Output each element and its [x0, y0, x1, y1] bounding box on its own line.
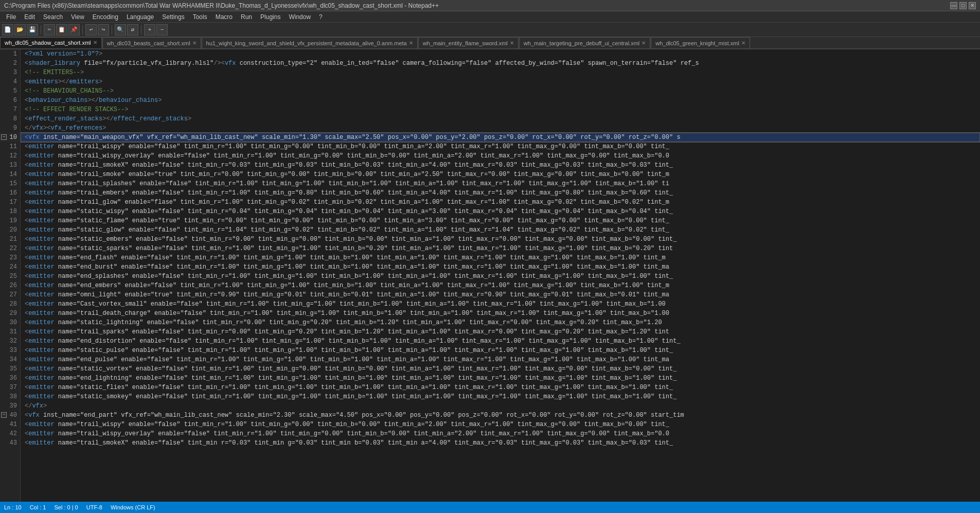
code-line-7[interactable]: <!-- EFFECT RENDER STACKS-->: [21, 105, 980, 114]
tab-4[interactable]: wh_main_targeting_pre_debuff_ui_central.…: [519, 37, 650, 48]
line-num-2: 2: [0, 59, 20, 68]
code-line-10[interactable]: <vfx inst_name="main_weapon_vfx" vfx_ref…: [21, 133, 980, 142]
menu-item-file[interactable]: File: [2, 12, 20, 22]
save-button[interactable]: 💾: [27, 24, 38, 36]
fold-box-10[interactable]: −: [1, 134, 7, 140]
menu-item-encoding[interactable]: Encoding: [88, 12, 122, 22]
status-sel: Sel : 0 | 0: [54, 504, 78, 510]
code-line-31[interactable]: <emitter name="trail_sparks" enable="fal…: [21, 327, 980, 337]
code-line-43[interactable]: <emitter name="trail_smokeX" enable="fal…: [21, 438, 980, 448]
code-line-24[interactable]: <emitter name="end_burst" enable="false"…: [21, 262, 980, 272]
menu-item-plugins[interactable]: Plugins: [256, 12, 284, 22]
line-num-16: 16: [0, 188, 20, 198]
code-line-11[interactable]: <emitter name="trail_wispy" enable="fals…: [21, 142, 980, 151]
code-line-20[interactable]: <emitter name="static_glow" enable="fals…: [21, 225, 980, 235]
code-line-18[interactable]: <emitter name="static_wispy" enable="fal…: [21, 207, 980, 216]
menu-item-edit[interactable]: Edit: [20, 12, 39, 22]
code-line-40[interactable]: <vfx inst_name="end_part" vfx_ref="wh_ma…: [21, 411, 980, 420]
menu-item-settings[interactable]: Settings: [158, 12, 188, 22]
tab-2[interactable]: hu1_wight_king_sword_and_shield_vfx_pers…: [202, 37, 418, 48]
code-line-32[interactable]: <emitter name="end_distortion" enable="f…: [21, 337, 980, 346]
code-line-17[interactable]: <emitter name="trail_glow" enable="flase…: [21, 198, 980, 207]
redo-button[interactable]: ↪: [98, 24, 109, 36]
code-line-33[interactable]: <emitter name="static_pulse" enable="fal…: [21, 346, 980, 355]
code-line-41[interactable]: <emitter name="trail_wispy" enable="fals…: [21, 420, 980, 429]
line-num-33: 33: [0, 346, 20, 355]
code-line-13[interactable]: <emitter name="trail_smokeX" enable="fal…: [21, 161, 980, 170]
code-line-38[interactable]: <emitter name="static_smokey" enable="fa…: [21, 392, 980, 401]
zoom-in-button[interactable]: +: [144, 24, 155, 36]
code-line-4[interactable]: <emitters></emitters>: [21, 77, 980, 86]
code-line-28[interactable]: <emitter name="Cast_vortex_small" enable…: [21, 299, 980, 309]
code-line-39[interactable]: </vfx>: [21, 401, 980, 411]
code-line-36[interactable]: <emitter name="end_lightning" enable="fa…: [21, 374, 980, 383]
fold-box-40[interactable]: −: [1, 412, 7, 418]
code-line-19[interactable]: <emitter name="static_flame" enable="tru…: [21, 216, 980, 225]
minimize-button[interactable]: —: [950, 2, 957, 9]
find-button[interactable]: 🔍: [115, 24, 126, 36]
new-button[interactable]: 📄: [2, 24, 13, 36]
code-line-1[interactable]: <?xml version="1.0"?>: [21, 49, 980, 59]
copy-button[interactable]: 📋: [56, 24, 67, 36]
cut-button[interactable]: ✂: [44, 24, 55, 36]
code-line-21[interactable]: <emitter name="static_embers" enable="fa…: [21, 235, 980, 244]
menu-item-language[interactable]: Language: [122, 12, 158, 22]
tab-0[interactable]: wh_dlc05_shadow_cast_short.xml✕: [0, 37, 102, 48]
undo-button[interactable]: ↩: [85, 24, 97, 36]
title-bar: C:\Program Files (x86)\Steam\steamapps\c…: [0, 0, 980, 11]
maximize-button[interactable]: □: [959, 2, 967, 9]
open-button[interactable]: 📂: [14, 24, 26, 36]
tab-1[interactable]: wh_dlc03_beasts_cast_short.xml✕: [102, 37, 201, 48]
tab-close-2[interactable]: ✕: [409, 40, 413, 46]
menu-bar: FileEditSearchViewEncodingLanguageSettin…: [0, 11, 980, 23]
replace-button[interactable]: ⇄: [127, 24, 138, 36]
code-line-16[interactable]: <emitter name="trail_embers" enable="fal…: [21, 188, 980, 198]
tab-close-3[interactable]: ✕: [510, 40, 514, 46]
code-line-26[interactable]: <emitter name="end_embers" enable="false…: [21, 281, 980, 290]
code-line-14[interactable]: <emitter name="trail_smoke" enable="true…: [21, 170, 980, 179]
line-num-34: 34: [0, 355, 20, 364]
code-line-2[interactable]: <shader_library file="fx/particle_vfx_li…: [21, 59, 980, 68]
tab-5[interactable]: wh_dlc05_green_knight_mist.xml✕: [651, 37, 750, 48]
line-num-42: 42: [0, 429, 20, 438]
code-line-15[interactable]: <emitter name="trail_splashes" enable="f…: [21, 179, 980, 188]
code-line-42[interactable]: <emitter name="trail_wispy_overlay" enab…: [21, 429, 980, 438]
code-line-5[interactable]: <!-- BEHAVIOUR_CHAINS-->: [21, 86, 980, 96]
menu-item-view[interactable]: View: [67, 12, 88, 22]
line-num-1: 1: [0, 49, 20, 59]
code-line-34[interactable]: <emitter name="end_pulse" enable="false"…: [21, 355, 980, 364]
close-button[interactable]: ✕: [969, 2, 976, 9]
code-line-23[interactable]: <emitter name="end_flash" enable="false"…: [21, 253, 980, 262]
zoom-out-button[interactable]: −: [156, 24, 168, 36]
code-area[interactable]: <?xml version="1.0"?><shader_library fil…: [21, 49, 980, 502]
code-line-37[interactable]: <emitter name="static_flies" enable="fal…: [21, 383, 980, 392]
line-num-20: 20: [0, 225, 20, 235]
tab-3[interactable]: wh_main_entity_flame_sword.xml✕: [418, 37, 519, 48]
code-line-12[interactable]: <emitter name="trail_wispy_overlay" enab…: [21, 151, 980, 161]
menu-item-window[interactable]: Window: [284, 12, 315, 22]
tab-close-1[interactable]: ✕: [192, 40, 197, 46]
code-line-22[interactable]: <emitter name="static_sparks" enable="fa…: [21, 244, 980, 253]
paste-button[interactable]: 📌: [68, 24, 80, 36]
menu-item-search[interactable]: Search: [39, 12, 67, 22]
line-num-3: 3: [0, 68, 20, 77]
line-num-26: 26: [0, 281, 20, 290]
menu-item-tools[interactable]: Tools: [189, 12, 211, 22]
code-line-35[interactable]: <emitter name="static_vortex" enable="fa…: [21, 364, 980, 374]
code-line-6[interactable]: <behaviour_chains></behaviour_chains>: [21, 96, 980, 105]
code-line-29[interactable]: <emitter name="trail_death_charge" enabl…: [21, 309, 980, 318]
line-num-39: 39: [0, 401, 20, 411]
tab-close-0[interactable]: ✕: [93, 40, 97, 45]
menu-item-run[interactable]: Run: [237, 12, 256, 22]
tab-close-4[interactable]: ✕: [642, 40, 646, 46]
code-line-30[interactable]: <emitter name="static_lightning" enable=…: [21, 318, 980, 327]
menu-item-?[interactable]: ?: [315, 12, 327, 22]
code-line-3[interactable]: <!-- EMITTERS-->: [21, 68, 980, 77]
code-line-27[interactable]: <emitter name="omni_light" enable="true"…: [21, 290, 980, 299]
code-line-9[interactable]: </vfx><vfx_references>: [21, 123, 980, 133]
tab-close-5[interactable]: ✕: [741, 40, 745, 46]
menu-item-macro[interactable]: Macro: [211, 12, 237, 22]
code-line-25[interactable]: <emitter name="end_splashes" enable="fal…: [21, 272, 980, 281]
toolbar-separator-4: [141, 25, 141, 34]
code-line-8[interactable]: <effect_render_stacks></effect_render_st…: [21, 114, 980, 123]
